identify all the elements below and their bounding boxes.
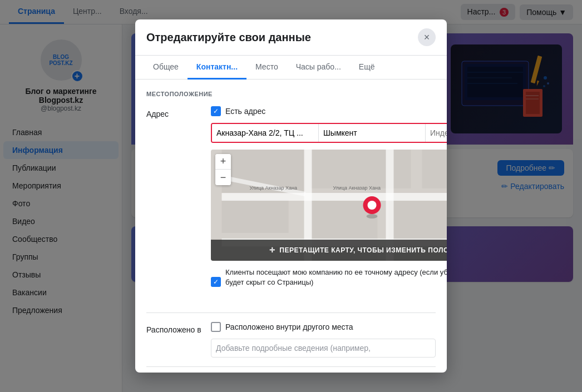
map-drag-icon: ✛ [269, 246, 275, 254]
svg-point-30 [368, 201, 377, 210]
modal-tab-more[interactable]: Ещё [350, 56, 384, 80]
address-fields [211, 123, 447, 143]
street-input[interactable] [212, 124, 319, 142]
modal-backdrop[interactable]: Отредактируйте свои данные × Общее Конта… [0, 0, 582, 392]
location-section-label: МЕСТОПОЛОЖЕНИЕ [146, 91, 436, 97]
map-zoom-out-button[interactable]: − [215, 170, 231, 185]
svg-text:Улица Акназар Хана: Улица Акназар Хана [250, 185, 298, 191]
svg-point-31 [367, 214, 378, 219]
visitors-label: Клиенты посещают мою компанию по ее точн… [225, 267, 447, 287]
located-in-control: Расположено внутри другого места [211, 322, 436, 358]
inside-place-label: Расположено внутри другого места [225, 322, 353, 331]
map-drag-label: ПЕРЕТАЩИТЕ КАРТУ, ЧТОБЫ ИЗМЕНИТЬ ПОЛОЖЕН… [279, 246, 447, 254]
map-container: Улица Акназар Хана Улица Акназар Хана + [211, 150, 447, 261]
modal-tab-hours[interactable]: Часы рабо... [287, 56, 350, 80]
modal-header: Отредактируйте свои данные × [135, 19, 447, 56]
modal-tab-place[interactable]: Место [246, 56, 287, 80]
svg-text:Улица Акназар Хана: Улица Акназар Хана [333, 185, 381, 191]
map-zoom-in-button[interactable]: + [215, 154, 231, 170]
has-address-checkbox[interactable]: ✓ [211, 106, 221, 116]
svg-rect-17 [222, 200, 289, 233]
modal-tab-general[interactable]: Общее [144, 56, 188, 80]
has-address-label: Есть адрес [225, 107, 265, 116]
modal-body: МЕСТОПОЛОЖЕНИЕ Адрес ✓ Есть адрес [135, 80, 447, 373]
map-drag-button[interactable]: ✛ ПЕРЕТАЩИТЕ КАРТУ, ЧТОБЫ ИЗМЕНИТЬ ПОЛОЖ… [211, 240, 447, 261]
map-zoom-controls: + − [215, 154, 231, 185]
visitors-checkmark-icon: ✓ [213, 278, 219, 286]
located-in-form-row: Расположено в Расположено внутри другого… [146, 322, 436, 358]
svg-rect-19 [422, 150, 447, 188]
has-address-row: ✓ Есть адрес [211, 106, 447, 116]
modal-title: Отредактируйте свои данные [146, 31, 311, 44]
svg-rect-18 [311, 150, 411, 188]
address-form-control: ✓ Есть адрес [211, 106, 447, 303]
modal-tab-contact[interactable]: Контактн... [188, 56, 246, 80]
visitors-checkbox-row: ✓ Клиенты посещают мою компанию по ее то… [211, 267, 447, 296]
inside-place-checkbox[interactable] [211, 322, 221, 332]
index-input[interactable] [426, 124, 447, 142]
address-form-row: Адрес ✓ Есть адрес [146, 106, 436, 303]
divider-2 [146, 366, 436, 367]
details-input[interactable] [211, 339, 436, 358]
divider-1 [146, 312, 436, 313]
modal-tabs: Общее Контактн... Место Часы рабо... Ещё [135, 56, 447, 80]
modal: Отредактируйте свои данные × Общее Конта… [135, 19, 447, 373]
address-label: Адрес [146, 106, 202, 118]
checkmark-icon: ✓ [213, 107, 219, 115]
map-background: Улица Акназар Хана Улица Акназар Хана + [211, 150, 447, 261]
inside-place-row: Расположено внутри другого места [211, 322, 436, 332]
city-input[interactable] [319, 124, 426, 142]
visitors-checkbox[interactable]: ✓ [211, 277, 221, 287]
located-in-label: Расположено в [146, 322, 202, 334]
svg-rect-22 [222, 193, 447, 201]
modal-close-button[interactable]: × [418, 28, 436, 46]
